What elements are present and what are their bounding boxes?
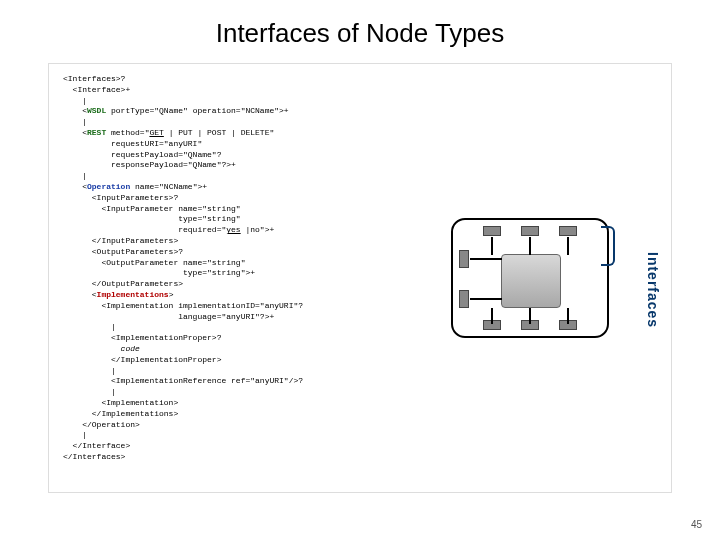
connector-line [529,308,531,324]
line: language="anyURI"?>+ [63,312,274,321]
node-diagram: Interfaces [423,204,643,354]
line: method=" [106,128,149,137]
line: < [63,106,87,115]
rest-keyword: REST [87,128,106,137]
line: <Interfaces>? [63,74,125,83]
line: requestURI="anyURI" [63,139,202,148]
line: | PUT | POST | DELETE" [164,128,274,137]
line: <Implementation> [63,398,178,407]
line: <OutputParameters>? [63,247,183,256]
implementations-keyword: Implementations [97,290,169,299]
line: </InputParameters> [63,236,178,245]
line: requestPayload="QName"? [63,150,221,159]
line: | [63,387,116,396]
line: <InputParameters>? [63,193,178,202]
line: | [63,322,116,331]
line: </Implementations> [63,409,178,418]
line: </Interface> [63,441,130,450]
code-italic: code [63,344,140,353]
interfaces-label: Interfaces [645,252,661,328]
yes-underline: yes [226,225,240,234]
connector-line [491,308,493,324]
line: | [63,96,87,105]
line: type="string" [63,214,241,223]
port-icon [483,226,501,236]
line: <ImplementationProper>? [63,333,221,342]
line: | [63,366,116,375]
line: <ImplementationReference ref="anyURI"/>? [63,376,303,385]
line: portType="QName" operation="NCName">+ [106,106,288,115]
line: responsePayload="QName"?>+ [63,160,236,169]
line: </Interfaces> [63,452,125,461]
page-number: 45 [691,519,702,530]
node-outer-box [451,218,609,338]
line: <Implementation implementationID="anyURI… [63,301,303,310]
get-underline: GET [149,128,163,137]
line: required=" [63,225,226,234]
connector-line [529,237,531,255]
wsdl-keyword: WSDL [87,106,106,115]
line: <Interface>+ [63,85,130,94]
line: </ImplementationProper> [63,355,221,364]
line: <OutputParameter name="string" [63,258,245,267]
connector-line [470,298,502,300]
port-icon [559,226,577,236]
connector-line [491,237,493,255]
line: | [63,430,87,439]
line: |no">+ [241,225,275,234]
line: > [169,290,174,299]
line: type="string">+ [63,268,255,277]
connector-line [470,258,502,260]
line: </Operation> [63,420,140,429]
port-icon [459,250,469,268]
line: | [63,117,87,126]
line: <InputParameter name="string" [63,204,241,213]
bracket-icon [601,226,615,266]
line: | [63,171,87,180]
slide-title: Interfaces of Node Types [0,18,720,49]
content-area: <Interfaces>? <Interface>+ | <WSDL portT… [48,63,672,493]
line: < [63,290,97,299]
inner-node-icon [501,254,561,308]
port-icon [521,226,539,236]
port-icon [459,290,469,308]
line: </OutputParameters> [63,279,183,288]
line: name="NCName">+ [130,182,207,191]
connector-line [567,237,569,255]
connector-line [567,308,569,324]
line: < [63,128,87,137]
line: < [63,182,87,191]
operation-keyword: Operation [87,182,130,191]
